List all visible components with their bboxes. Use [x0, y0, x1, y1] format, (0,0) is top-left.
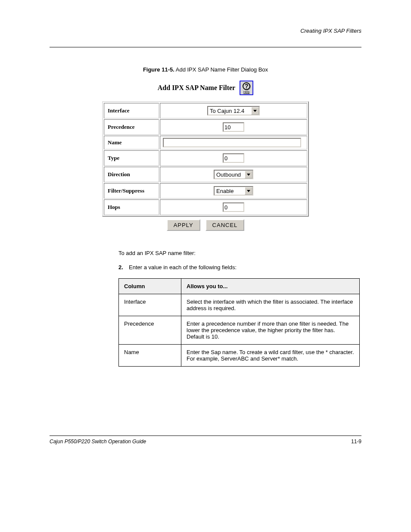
- filter-suppress-select[interactable]: Enable: [214, 186, 253, 196]
- type-label: Type: [104, 150, 159, 166]
- ref-td-col1: Precedence: [119, 316, 181, 344]
- name-input[interactable]: [163, 138, 301, 147]
- help-button-label: Help: [243, 90, 249, 93]
- direction-select-value: Outbound: [215, 171, 245, 178]
- chevron-down-icon: [251, 107, 259, 115]
- help-button[interactable]: ? Help: [240, 81, 253, 95]
- chevron-down-icon: [245, 187, 252, 195]
- type-input[interactable]: [223, 153, 244, 163]
- ref-td-col1: Name: [119, 344, 181, 366]
- hops-label: Hops: [104, 199, 159, 215]
- body-intro: To add an IPX SAP name filter:: [118, 249, 360, 258]
- ref-td-col2: Select the interface with which the filt…: [181, 294, 360, 316]
- page-header-right: Creating IPX SAP Filters: [50, 28, 361, 34]
- filter-suppress-label: Filter/Suppress: [104, 183, 159, 199]
- direction-label: Direction: [104, 167, 159, 182]
- direction-select[interactable]: Outbound: [214, 170, 253, 179]
- footer-left: Cajun P550/P220 Switch Operation Guide: [50, 439, 146, 445]
- precedence-input[interactable]: [223, 122, 244, 132]
- chevron-down-icon: [245, 171, 252, 178]
- step-text: Enter a value in each of the following f…: [129, 264, 237, 271]
- form-title: Add IPX SAP Name Filter: [158, 84, 235, 92]
- interface-select[interactable]: To Cajun 12.4: [207, 106, 260, 115]
- filter-suppress-select-value: Enable: [215, 187, 245, 195]
- interface-label: Interface: [104, 103, 159, 118]
- ref-td-col2: Enter the Sap name. To create a wild car…: [181, 344, 360, 366]
- table-row: Precedence Enter a precedence number if …: [119, 316, 360, 344]
- question-mark-icon: ?: [243, 82, 250, 90]
- ipx-sap-name-filter-form: Add IPX SAP Name Filter ? Help Interface…: [102, 81, 309, 231]
- reference-table: Column Allows you to... Interface Select…: [118, 278, 360, 367]
- figure-caption-text: Add IPX SAP Name Filter Dialog Box: [176, 66, 268, 73]
- cancel-button[interactable]: CANCEL: [206, 219, 245, 231]
- apply-button[interactable]: APPLY: [167, 219, 200, 231]
- header-divider: [50, 47, 361, 47]
- ref-th-column: Column: [119, 278, 181, 294]
- ref-th-desc: Allows you to...: [181, 278, 360, 294]
- name-label: Name: [104, 136, 159, 149]
- precedence-label: Precedence: [104, 119, 159, 135]
- table-row: Interface Select the interface with whic…: [119, 294, 360, 316]
- interface-select-value: To Cajun 12.4: [208, 107, 251, 115]
- form-table: Interface To Cajun 12.4 Precedence Name: [102, 101, 309, 217]
- figure-caption: Figure 11-5. Add IPX SAP Name Filter Dia…: [50, 66, 361, 73]
- footer-divider: [50, 436, 361, 436]
- ref-td-col1: Interface: [119, 294, 181, 316]
- step-number: 2.: [118, 263, 129, 272]
- ref-td-col2: Enter a precedence number if more than o…: [181, 316, 360, 344]
- hops-input[interactable]: [223, 202, 244, 212]
- figure-caption-number: Figure 11-5.: [143, 66, 174, 73]
- table-row: Name Enter the Sap name. To create a wil…: [119, 344, 360, 366]
- footer-right: 11-9: [351, 439, 361, 445]
